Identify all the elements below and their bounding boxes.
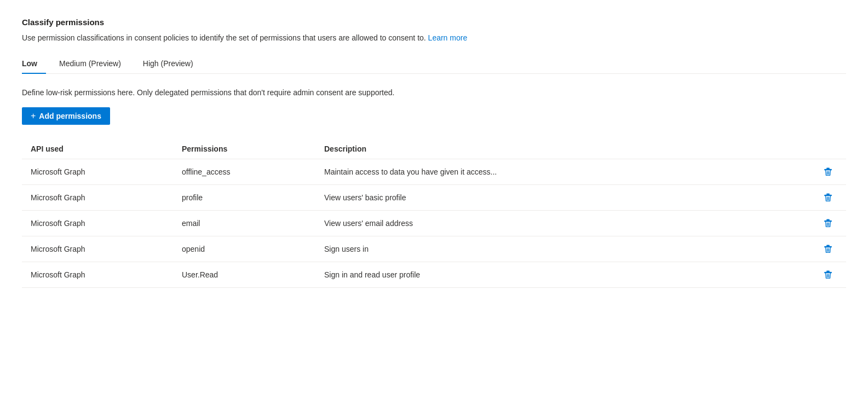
- cell-description: Sign users in: [318, 236, 813, 262]
- svg-rect-11: [827, 219, 830, 220]
- cell-action: [813, 211, 846, 236]
- trash-icon: [823, 218, 833, 228]
- cell-action: [813, 236, 846, 262]
- trash-icon: [823, 244, 833, 254]
- cell-api: Microsoft Graph: [22, 159, 175, 185]
- cell-permission: email: [175, 211, 318, 236]
- tab-high[interactable]: High (Preview): [143, 55, 202, 73]
- svg-rect-21: [827, 271, 830, 271]
- learn-more-link[interactable]: Learn more: [428, 33, 468, 42]
- trash-icon: [823, 270, 833, 280]
- col-header-description: Description: [318, 140, 813, 159]
- table-row: Microsoft GraphUser.ReadSign in and read…: [22, 262, 846, 288]
- plus-icon: +: [31, 112, 36, 120]
- cell-permission: offline_access: [175, 159, 318, 185]
- col-header-actions: [813, 140, 846, 159]
- tabs-container: Low Medium (Preview) High (Preview): [22, 55, 846, 74]
- cell-action: [813, 185, 846, 211]
- table-row: Microsoft GraphemailView users' email ad…: [22, 211, 846, 236]
- delete-button[interactable]: [821, 242, 835, 256]
- svg-rect-16: [827, 245, 830, 246]
- table-row: Microsoft Graphoffline_accessMaintain ac…: [22, 159, 846, 185]
- cell-description: View users' email address: [318, 211, 813, 236]
- cell-permission: openid: [175, 236, 318, 262]
- delete-button[interactable]: [821, 268, 835, 282]
- cell-action: [813, 262, 846, 288]
- delete-button[interactable]: [821, 190, 835, 205]
- trash-icon: [823, 167, 833, 177]
- delete-button[interactable]: [821, 216, 835, 230]
- tab-content: Define low-risk permissions here. Only d…: [22, 74, 846, 288]
- cell-action: [813, 159, 846, 185]
- cell-description: View users' basic profile: [318, 185, 813, 211]
- cell-description: Maintain access to data you have given i…: [318, 159, 813, 185]
- cell-api: Microsoft Graph: [22, 211, 175, 236]
- page-title: Classify permissions: [22, 18, 846, 27]
- table-header-row: API used Permissions Description: [22, 140, 846, 159]
- col-header-api: API used: [22, 140, 175, 159]
- add-permissions-label: Add permissions: [39, 112, 101, 120]
- trash-icon: [823, 193, 833, 202]
- cell-permission: profile: [175, 185, 318, 211]
- cell-api: Microsoft Graph: [22, 185, 175, 211]
- tab-low[interactable]: Low: [22, 55, 46, 73]
- tab-medium[interactable]: Medium (Preview): [59, 55, 130, 73]
- add-permissions-button[interactable]: + Add permissions: [22, 107, 110, 125]
- page-description: Use permission classifications in consen…: [22, 32, 846, 44]
- table-row: Microsoft GraphprofileView users' basic …: [22, 185, 846, 211]
- delete-button[interactable]: [821, 165, 835, 179]
- permissions-table: API used Permissions Description Microso…: [22, 140, 846, 288]
- cell-api: Microsoft Graph: [22, 236, 175, 262]
- cell-api: Microsoft Graph: [22, 262, 175, 288]
- cell-permission: User.Read: [175, 262, 318, 288]
- cell-description: Sign in and read user profile: [318, 262, 813, 288]
- table-row: Microsoft GraphopenidSign users in: [22, 236, 846, 262]
- svg-rect-6: [827, 194, 830, 194]
- col-header-permissions: Permissions: [175, 140, 318, 159]
- svg-rect-1: [827, 168, 830, 169]
- sub-description: Define low-risk permissions here. Only d…: [22, 87, 846, 99]
